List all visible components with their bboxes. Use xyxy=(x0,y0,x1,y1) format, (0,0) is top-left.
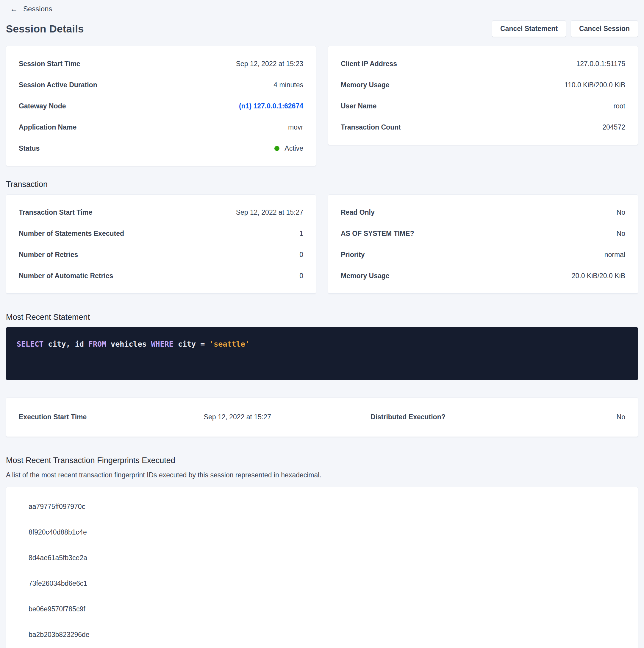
application-name-row: Application Name movr xyxy=(19,123,303,131)
transaction-section-heading: Transaction xyxy=(6,180,638,189)
status-active-dot-icon xyxy=(274,146,280,151)
application-name-value: movr xyxy=(288,123,303,131)
sql-keyword: WHERE xyxy=(151,340,174,348)
as-of-system-time-row: AS OF SYSTEM TIME? No xyxy=(341,229,625,238)
transaction-info-card: Transaction Start Time Sep 12, 2022 at 1… xyxy=(6,195,316,293)
back-row: ← Sessions xyxy=(6,0,638,13)
distributed-execution-value: No xyxy=(617,413,625,421)
session-details-page: ← Sessions Session Details Cancel Statem… xyxy=(0,0,644,648)
status-badge: Active xyxy=(274,144,303,153)
user-name-value: root xyxy=(613,102,625,110)
fingerprint-item: ba2b203b823296de xyxy=(28,630,625,639)
session-info-card: Session Start Time Sep 12, 2022 at 15:23… xyxy=(6,46,316,166)
statements-executed-value: 1 xyxy=(299,229,303,238)
distributed-execution-label: Distributed Execution? xyxy=(370,413,446,421)
fingerprints-section-heading: Most Recent Transaction Fingerprints Exe… xyxy=(6,456,638,465)
sql-text: city, id xyxy=(44,340,89,348)
sql-text: vehicles xyxy=(106,340,151,348)
statements-executed-row: Number of Statements Executed 1 xyxy=(19,229,303,238)
retries-row: Number of Retries 0 xyxy=(19,250,303,259)
retries-label: Number of Retries xyxy=(19,250,78,259)
status-row: Status Active xyxy=(19,144,303,153)
execution-details-card: Execution Start Time Sep 12, 2022 at 15:… xyxy=(6,397,638,437)
transaction-start-time-label: Transaction Start Time xyxy=(19,208,93,217)
gateway-node-link[interactable]: (n1) 127.0.0.1:62674 xyxy=(239,102,303,110)
transaction-start-time-row: Transaction Start Time Sep 12, 2022 at 1… xyxy=(19,208,303,217)
session-start-time-label: Session Start Time xyxy=(19,59,80,68)
read-only-row: Read Only No xyxy=(341,208,625,217)
fingerprint-item: be06e9570f785c9f xyxy=(28,604,625,613)
read-only-label: Read Only xyxy=(341,208,375,217)
execution-start-time-value: Sep 12, 2022 at 15:27 xyxy=(204,413,370,421)
application-name-label: Application Name xyxy=(19,123,76,131)
sql-statement-box: SELECT city, id FROM vehicles WHERE city… xyxy=(6,327,638,380)
session-active-duration-row: Session Active Duration 4 minutes xyxy=(19,80,303,89)
transaction-memory-usage-label: Memory Usage xyxy=(341,271,390,280)
statements-executed-label: Number of Statements Executed xyxy=(19,229,124,238)
fingerprint-item: 8d4ae61a5fb3ce2a xyxy=(28,553,625,562)
transaction-memory-usage-row: Memory Usage 20.0 KiB/20.0 KiB xyxy=(341,271,625,280)
transaction-count-row: Transaction Count 204572 xyxy=(341,123,625,131)
client-ip-row: Client IP Address 127.0.0.1:51175 xyxy=(341,59,625,68)
client-info-card: Client IP Address 127.0.0.1:51175 Memory… xyxy=(328,46,638,145)
transaction-cards-row: Transaction Start Time Sep 12, 2022 at 1… xyxy=(6,195,638,293)
distributed-execution-pair: Distributed Execution? No xyxy=(370,413,625,421)
session-start-time-value: Sep 12, 2022 at 15:23 xyxy=(236,59,303,68)
user-name-row: User Name root xyxy=(341,102,625,110)
session-memory-usage-value: 110.0 KiB/200.0 KiB xyxy=(565,80,625,89)
session-active-duration-label: Session Active Duration xyxy=(19,80,97,89)
read-only-value: No xyxy=(617,208,625,217)
status-value: Active xyxy=(285,144,303,153)
sql-string-literal: 'seattle' xyxy=(209,340,249,348)
client-ip-label: Client IP Address xyxy=(341,59,397,68)
transaction-count-label: Transaction Count xyxy=(341,123,401,131)
user-name-label: User Name xyxy=(341,102,376,110)
fingerprint-item: 8f920c40d88b1c4e xyxy=(28,528,625,537)
cancel-session-button[interactable]: Cancel Session xyxy=(571,20,638,37)
as-of-system-time-label: AS OF SYSTEM TIME? xyxy=(341,229,414,238)
automatic-retries-row: Number of Automatic Retries 0 xyxy=(19,271,303,280)
automatic-retries-label: Number of Automatic Retries xyxy=(19,271,113,280)
back-to-sessions-link[interactable]: ← Sessions xyxy=(10,5,52,13)
gateway-node-row: Gateway Node (n1) 127.0.0.1:62674 xyxy=(19,102,303,110)
fingerprint-item: aa79775ff097970c xyxy=(28,502,625,511)
transaction-properties-card: Read Only No AS OF SYSTEM TIME? No Prior… xyxy=(328,195,638,293)
priority-value: normal xyxy=(604,250,625,259)
fingerprints-description: A list of the most recent transaction fi… xyxy=(6,471,638,479)
sql-text: city = xyxy=(174,340,209,348)
page-title: Session Details xyxy=(6,23,84,35)
session-memory-usage-label: Memory Usage xyxy=(341,80,390,89)
execution-start-time-label: Execution Start Time xyxy=(19,413,204,421)
sql-keyword: FROM xyxy=(89,340,106,348)
priority-row: Priority normal xyxy=(341,250,625,259)
status-label: Status xyxy=(19,144,40,153)
gateway-node-label: Gateway Node xyxy=(19,102,66,110)
action-buttons: Cancel Statement Cancel Session xyxy=(492,20,638,37)
priority-label: Priority xyxy=(341,250,365,259)
session-summary-row: Session Start Time Sep 12, 2022 at 15:23… xyxy=(6,46,638,166)
fingerprints-card: aa79775ff097970c 8f920c40d88b1c4e 8d4ae6… xyxy=(6,487,638,648)
transaction-count-value: 204572 xyxy=(602,123,625,131)
session-start-time-row: Session Start Time Sep 12, 2022 at 15:23 xyxy=(19,59,303,68)
session-memory-usage-row: Memory Usage 110.0 KiB/200.0 KiB xyxy=(341,80,625,89)
transaction-memory-usage-value: 20.0 KiB/20.0 KiB xyxy=(572,271,625,280)
automatic-retries-value: 0 xyxy=(299,271,303,280)
title-row: Session Details Cancel Statement Cancel … xyxy=(6,20,638,37)
statement-section-heading: Most Recent Statement xyxy=(6,313,638,322)
fingerprint-item: 73fe26034bd6e6c1 xyxy=(28,579,625,588)
back-arrow-icon: ← xyxy=(10,5,18,13)
session-active-duration-value: 4 minutes xyxy=(274,80,303,89)
as-of-system-time-value: No xyxy=(617,229,625,238)
retries-value: 0 xyxy=(299,250,303,259)
cancel-statement-button[interactable]: Cancel Statement xyxy=(492,20,566,37)
transaction-start-time-value: Sep 12, 2022 at 15:27 xyxy=(236,208,303,217)
back-link-label: Sessions xyxy=(23,5,52,13)
sql-keyword: SELECT xyxy=(17,340,44,348)
client-ip-value: 127.0.0.1:51175 xyxy=(576,59,625,68)
